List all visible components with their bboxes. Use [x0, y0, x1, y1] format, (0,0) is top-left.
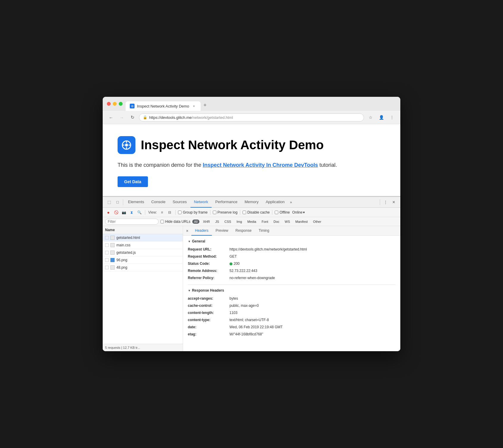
filter-type-js[interactable]: JS	[213, 220, 221, 224]
file-name: getstarted.js	[116, 251, 136, 255]
demo-link[interactable]: Inspect Network Activity In Chrome DevTo…	[203, 162, 318, 168]
filter-type-css[interactable]: CSS	[223, 220, 233, 224]
tab-label: Inspect Network Activity Demo	[137, 104, 189, 108]
list-item[interactable]: getstarted.html	[103, 234, 183, 242]
section-toggle-icon: ▼	[188, 289, 191, 292]
tab-separator	[123, 199, 123, 205]
devtools-close-button[interactable]: ×	[390, 198, 398, 206]
forward-button[interactable]: →	[118, 113, 126, 122]
filter-type-ws[interactable]: WS	[283, 220, 292, 224]
menu-button[interactable]: ⋮	[388, 113, 396, 122]
list-item[interactable]: 96.png	[103, 256, 183, 264]
group-by-frame-label: Group by frame	[178, 210, 207, 214]
offline-checkbox[interactable]	[275, 211, 278, 214]
css-icon	[110, 243, 115, 247]
filter-type-doc[interactable]: Doc	[272, 220, 281, 224]
detail-tab-timing[interactable]: Timing	[255, 226, 273, 236]
url-bar[interactable]: 🔒 https://devtools.glitch.me/network/get…	[139, 113, 364, 122]
close-window-button[interactable]	[107, 102, 111, 106]
filter-type-img[interactable]: Img	[235, 220, 244, 224]
list-view-button[interactable]: ≡	[159, 209, 165, 216]
detail-panel: × Headers Preview Response Timing	[183, 226, 400, 351]
header-row: Remote Address: 52.73.222.22:443	[188, 267, 396, 274]
filter-type-manifest[interactable]: Manifest	[293, 220, 310, 224]
filter-input[interactable]	[105, 219, 159, 225]
tab-memory[interactable]: Memory	[241, 197, 262, 208]
camera-button[interactable]: 📷	[121, 209, 127, 216]
filter-type-xhr[interactable]: XHR	[201, 220, 212, 224]
section-divider	[188, 284, 396, 285]
online-dropdown[interactable]: Online ▾	[291, 210, 306, 215]
header-row: date: Wed, 06 Feb 2019 22:19:48 GMT	[188, 323, 396, 331]
js-icon	[110, 251, 115, 255]
header-row: etag: W/"44f-168bf8cd768"	[188, 331, 396, 338]
group-by-frame-checkbox[interactable]	[178, 211, 182, 214]
page-header: Inspect Network Activity Demo	[118, 136, 385, 154]
hide-data-urls-checkbox[interactable]	[160, 220, 164, 223]
filter-type-font[interactable]: Font	[260, 220, 270, 224]
file-list-header: Name	[103, 226, 183, 234]
view-label: View:	[148, 210, 157, 214]
preserve-log-checkbox[interactable]	[213, 211, 216, 214]
traffic-lights	[107, 102, 123, 109]
tab-performance[interactable]: Performance	[212, 197, 241, 208]
filter-type-media[interactable]: Media	[246, 220, 258, 224]
network-main: Name getstarted.html main.css	[103, 226, 400, 351]
file-name: main.css	[116, 243, 130, 247]
detail-content: ▼ General Request URL: https://devtools.…	[183, 236, 400, 351]
devtools-menu-button[interactable]: ⋮	[381, 198, 390, 206]
more-tabs-button[interactable]: »	[288, 199, 294, 206]
tab-network[interactable]: Network	[190, 197, 212, 208]
reload-button[interactable]: ↻	[128, 113, 137, 122]
file-list-body: getstarted.html main.css getstarted.js	[103, 234, 183, 344]
clear-button[interactable]: 🚫	[113, 209, 119, 216]
tab-elements[interactable]: Elements	[124, 197, 148, 208]
new-tab-button[interactable]: +	[201, 100, 210, 111]
general-section-header: ▼ General	[188, 239, 396, 243]
tab-bar: ⚙ Inspect Network Activity Demo × +	[126, 100, 396, 111]
header-row: Status Code: 200	[188, 260, 396, 267]
maximize-window-button[interactable]	[119, 102, 123, 106]
detail-close-button[interactable]: ×	[183, 227, 191, 235]
account-button[interactable]: 👤	[377, 113, 385, 122]
toolbar-divider-5	[272, 210, 272, 215]
description-prefix: This is the companion demo for the	[118, 162, 203, 168]
filter-bar: Hide data URLs All XHR JS CSS Img Media …	[103, 217, 400, 226]
bookmark-button[interactable]: ☆	[366, 113, 375, 122]
detail-tab-response[interactable]: Response	[232, 226, 255, 236]
page-icon	[118, 136, 135, 154]
filter-type-other[interactable]: Other	[311, 220, 323, 224]
device-toolbar-icon[interactable]: □	[113, 198, 122, 206]
filter-toggle-button[interactable]: ⧗	[128, 209, 135, 216]
active-tab[interactable]: ⚙ Inspect Network Activity Demo ×	[126, 101, 201, 111]
file-checkbox	[105, 251, 109, 254]
tab-sources[interactable]: Sources	[169, 197, 190, 208]
minimize-window-button[interactable]	[113, 102, 117, 106]
detail-tab-headers[interactable]: Headers	[191, 226, 212, 236]
tab-favicon: ⚙	[130, 104, 135, 108]
file-checkbox	[105, 258, 109, 262]
list-item[interactable]: 48.png	[103, 264, 183, 271]
header-row: accept-ranges: bytes	[188, 295, 396, 302]
list-item[interactable]: main.css	[103, 242, 183, 249]
detail-tab-preview[interactable]: Preview	[212, 226, 232, 236]
url-path: /network/getstarted.html	[192, 115, 233, 120]
tab-close-button[interactable]: ×	[192, 104, 196, 108]
url-domain: https://devtools.glitch.me	[149, 115, 192, 120]
header-row: Referrer Policy: no-referrer-when-downgr…	[188, 274, 396, 281]
get-data-button[interactable]: Get Data	[118, 176, 148, 187]
tab-console[interactable]: Console	[148, 197, 169, 208]
tab-application[interactable]: Application	[262, 197, 288, 208]
png-icon-2	[110, 265, 115, 270]
filter-type-all[interactable]: All	[192, 220, 199, 224]
list-item[interactable]: getstarted.js	[103, 249, 183, 256]
html-icon	[110, 236, 115, 240]
file-checkbox	[105, 243, 109, 247]
back-button[interactable]: ←	[107, 113, 115, 122]
record-button[interactable]: ●	[105, 209, 112, 216]
large-view-button[interactable]: ⊟	[166, 209, 173, 216]
search-network-button[interactable]: 🔍	[136, 209, 143, 216]
disable-cache-checkbox[interactable]	[243, 211, 246, 214]
inspect-element-icon[interactable]: ⬚	[105, 198, 113, 206]
address-bar: ← → ↻ 🔒 https://devtools.glitch.me/netwo…	[103, 111, 400, 124]
